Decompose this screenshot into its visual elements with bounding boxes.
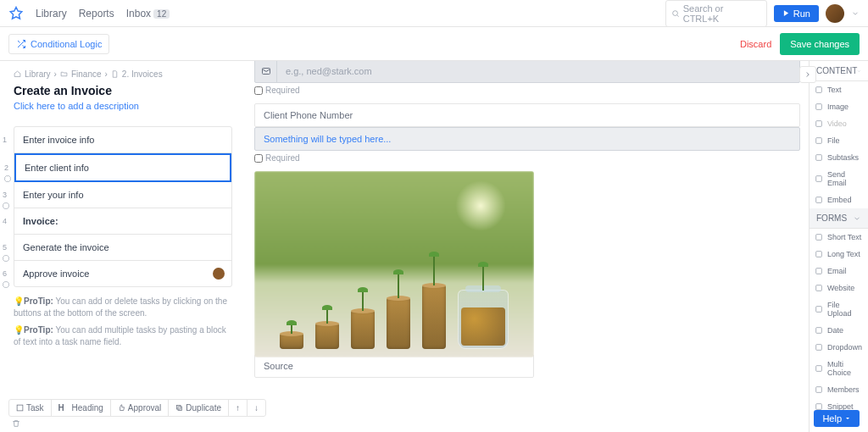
moveup-button[interactable]: ↑ [229,400,248,416]
required-checkbox[interactable] [254,154,263,163]
nav-inbox[interactable]: Inbox12 [126,8,170,19]
step-item[interactable]: 1 Enter invoice info [14,127,231,153]
email-input[interactable]: e.g., ned@stark.com [254,61,800,83]
sidebar-item-dropdown[interactable]: Dropdown [810,339,868,356]
approval-button[interactable]: Approval [111,400,169,416]
sidebar-item-image[interactable]: Image [810,98,868,115]
phone-input[interactable]: Something will be typed here... [254,127,800,151]
breadcrumb-l3[interactable]: 2. Invoices [122,69,163,79]
chevron-right-icon [804,70,812,79]
stop-icon [4,175,11,182]
task-button[interactable]: Task [9,400,52,416]
play-icon [782,9,790,17]
sidebar-item-subtasks[interactable]: Subtasks [810,149,868,166]
sidebar-item-multichoice[interactable]: Multi Choice [810,356,868,381]
avatar[interactable] [826,4,844,23]
step-label: Generate the invoice [23,242,109,252]
page-description[interactable]: Click here to add a description [14,101,232,111]
assignee-avatar[interactable] [213,268,225,280]
subtasks-icon [815,153,823,162]
protip-1: 💡ProTip: You can add or delete tasks by … [14,296,232,319]
sidebar-item-shorttext[interactable]: Short Text [810,229,868,246]
svg-rect-5 [816,87,822,93]
stop-icon [3,202,9,209]
step-item[interactable]: 6 Approve invoice [14,261,231,286]
trash-button[interactable] [12,418,20,430]
svg-rect-18 [816,345,822,351]
svg-rect-21 [816,404,822,410]
discard-button[interactable]: Discard [740,39,771,49]
step-number: 2 [4,163,8,172]
sidebar-item-label: Text [827,86,842,94]
step-label: Enter client info [25,163,89,173]
step-item[interactable]: 3 Enter your info [14,182,231,208]
help-button[interactable]: Help [814,410,860,427]
secondbar-right: Discard Save changes [740,33,860,55]
svg-rect-6 [816,104,822,110]
forms-section-header[interactable]: FORMS [810,208,868,229]
bottom-toolbar: Task H Heading Approval Duplicate ↑ ↓ [8,399,266,417]
nav-library[interactable]: Library [36,8,67,19]
step-item[interactable]: 4 Invoice: [14,208,231,235]
breadcrumb-l2[interactable]: Finance [71,69,102,79]
svg-rect-20 [816,387,822,393]
nav-inbox-label: Inbox [126,8,151,19]
sidebar-item-sendemail[interactable]: Send Email [810,166,868,191]
duplicate-button[interactable]: Duplicate [169,400,229,416]
sidebar-item-fileupload[interactable]: File Upload [810,296,868,322]
sidebar-item-label: Video [827,119,847,128]
sidebar-item-embed[interactable]: Embed [810,191,868,208]
heading-button[interactable]: H Heading [52,400,111,416]
protip-2: 💡ProTip: You can add multiple tasks by p… [14,324,232,348]
sidebar-item-email[interactable]: Email [810,263,868,280]
conditional-logic-button[interactable]: Conditional Logic [8,34,109,54]
topbar: Library Reports Inbox12 Search or CTRL+K… [0,0,868,27]
breadcrumb-l1[interactable]: Library [25,69,51,79]
sidebar-item-date[interactable]: Date [810,322,868,339]
page-title[interactable]: Create an Invoice [14,84,232,97]
sidebar-item-members[interactable]: Members [810,381,868,398]
image-field[interactable] [254,171,534,357]
left-sidebar: Library › Finance › 2. Invoices Create a… [0,61,246,432]
step-number: 1 [3,136,7,144]
run-button[interactable]: Run [774,5,819,22]
search-input[interactable]: Search or CTRL+K [665,0,767,27]
svg-rect-3 [177,406,181,410]
content-section-header[interactable]: CONTENT [810,61,868,81]
secondbar: Conditional Logic Discard Save changes [0,27,868,61]
phone-label[interactable]: Client Phone Number [254,103,800,127]
save-changes-button[interactable]: Save changes [780,33,860,55]
sidebar-item-file[interactable]: File [810,132,868,149]
source-label[interactable]: Source [254,354,534,378]
file-icon [111,70,119,78]
svg-rect-8 [816,138,822,144]
step-label: Enter your info [23,190,84,200]
sidebar-item-label: Website [827,284,854,292]
shorttext-icon [815,233,823,241]
email-required[interactable]: Required [254,86,800,95]
svg-rect-12 [816,235,822,241]
breadcrumb: Library › Finance › 2. Invoices [14,69,232,79]
svg-rect-15 [816,285,822,291]
required-checkbox[interactable] [254,86,263,95]
sidebar-item-label: Embed [827,196,852,204]
sidebar-item-website[interactable]: Website [810,280,868,296]
step-item[interactable]: 5 Generate the invoice [14,235,231,261]
step-label: Invoice: [23,216,58,226]
chevron-down-icon[interactable] [851,9,860,18]
svg-rect-1 [17,405,23,411]
phone-required[interactable]: Required [254,153,800,163]
phone-placeholder: Something will be typed here... [255,128,799,150]
nav-reports[interactable]: Reports [79,8,114,19]
date-icon [815,326,823,335]
sidebar-item-text[interactable]: Text [810,81,868,98]
sidebar-item-longtext[interactable]: Long Text [810,246,868,263]
collapse-button[interactable] [799,66,816,83]
step-item-active[interactable]: 2 Enter client info [14,153,231,182]
main: Library › Finance › 2. Invoices Create a… [0,61,868,432]
search-icon [671,9,680,18]
logo-icon [8,6,24,21]
sidebar-item-label: Subtasks [827,153,859,162]
sidebar-item-video[interactable]: Video [810,115,868,132]
checklist-icon [16,404,24,412]
